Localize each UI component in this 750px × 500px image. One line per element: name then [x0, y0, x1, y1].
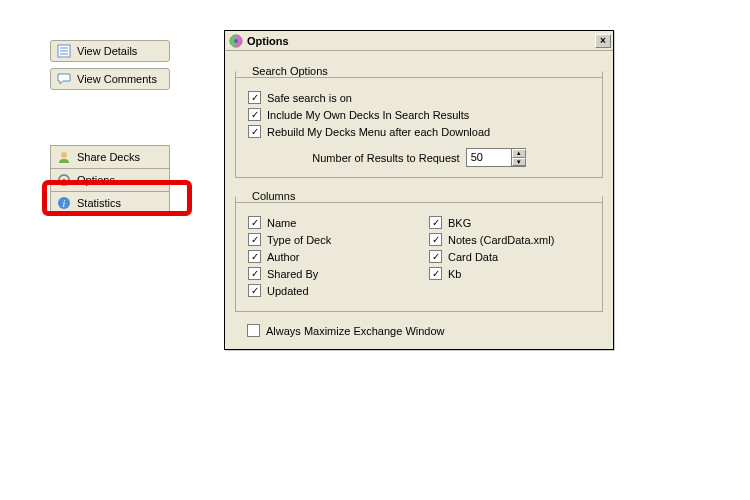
close-icon: ×: [600, 35, 606, 46]
svg-text:i: i: [63, 198, 66, 209]
always-maximize-checkbox[interactable]: [247, 324, 260, 337]
comment-icon: [57, 72, 71, 86]
col-kb-label: Kb: [448, 268, 461, 280]
num-results-spinner: ▲ ▼: [511, 149, 526, 166]
spin-down-button[interactable]: ▼: [512, 158, 526, 167]
options-label: Options: [77, 174, 115, 186]
col-updated-label: Updated: [267, 285, 309, 297]
columns-legend: Columns: [248, 190, 299, 202]
share-decks-label: Share Decks: [77, 151, 140, 163]
share-decks-button[interactable]: Share Decks: [50, 145, 170, 169]
dialog-title: Options: [247, 35, 595, 47]
col-author-label: Author: [267, 251, 299, 263]
col-author-checkbox[interactable]: ✓: [248, 250, 261, 263]
col-bkg-checkbox[interactable]: ✓: [429, 216, 442, 229]
share-icon: [57, 150, 71, 164]
col-kb-checkbox[interactable]: ✓: [429, 267, 442, 280]
view-comments-label: View Comments: [77, 73, 157, 85]
spin-up-button[interactable]: ▲: [512, 149, 526, 158]
options-button[interactable]: Options: [50, 168, 170, 192]
details-icon: [57, 44, 71, 58]
include-own-label: Include My Own Decks In Search Results: [267, 109, 469, 121]
dialog-body: Search Options ✓ Safe search is on ✓ Inc…: [225, 51, 613, 349]
col-carddata-checkbox[interactable]: ✓: [429, 250, 442, 263]
rebuild-menu-label: Rebuild My Decks Menu after each Downloa…: [267, 126, 490, 138]
options-dialog: Options × Search Options ✓ Safe search i…: [224, 30, 614, 350]
search-options-legend: Search Options: [248, 65, 332, 77]
col-type-label: Type of Deck: [267, 234, 331, 246]
gear-icon: [57, 173, 71, 187]
close-button[interactable]: ×: [595, 34, 611, 48]
col-sharedby-label: Shared By: [267, 268, 318, 280]
col-name-label: Name: [267, 217, 296, 229]
col-sharedby-checkbox[interactable]: ✓: [248, 267, 261, 280]
svg-point-4: [61, 152, 67, 158]
search-options-group: Search Options ✓ Safe search is on ✓ Inc…: [235, 65, 603, 178]
view-details-button[interactable]: View Details: [50, 40, 170, 62]
view-details-label: View Details: [77, 45, 137, 57]
statistics-button[interactable]: i Statistics: [50, 191, 170, 215]
view-comments-button[interactable]: View Comments: [50, 68, 170, 90]
svg-point-10: [234, 39, 238, 43]
col-notes-checkbox[interactable]: ✓: [429, 233, 442, 246]
rebuild-menu-checkbox[interactable]: ✓: [248, 125, 261, 138]
sidebar: View Details View Comments Share Decks O…: [50, 40, 170, 215]
app-icon: [229, 34, 243, 48]
col-notes-label: Notes (CardData.xml): [448, 234, 554, 246]
info-icon: i: [57, 196, 71, 210]
svg-point-6: [63, 179, 66, 182]
sidebar-group: Share Decks Options i Statistics: [50, 145, 170, 215]
safe-search-checkbox[interactable]: ✓: [248, 91, 261, 104]
num-results-input[interactable]: 50 ▲ ▼: [466, 148, 526, 167]
col-updated-checkbox[interactable]: ✓: [248, 284, 261, 297]
col-name-checkbox[interactable]: ✓: [248, 216, 261, 229]
col-type-checkbox[interactable]: ✓: [248, 233, 261, 246]
always-maximize-label: Always Maximize Exchange Window: [266, 325, 445, 337]
columns-group: Columns ✓Name ✓Type of Deck ✓Author ✓Sha…: [235, 190, 603, 312]
include-own-checkbox[interactable]: ✓: [248, 108, 261, 121]
titlebar: Options ×: [225, 31, 613, 51]
num-results-value: 50: [467, 149, 511, 166]
col-bkg-label: BKG: [448, 217, 471, 229]
col-carddata-label: Card Data: [448, 251, 498, 263]
statistics-label: Statistics: [77, 197, 121, 209]
num-results-label: Number of Results to Request: [312, 152, 459, 164]
safe-search-label: Safe search is on: [267, 92, 352, 104]
